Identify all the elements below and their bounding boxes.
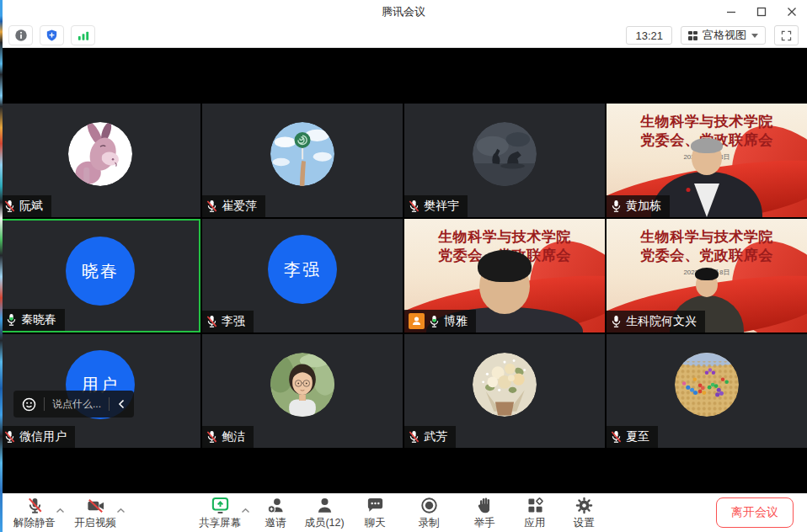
avatar: 晓春 xyxy=(66,237,135,306)
mic-muted-icon xyxy=(409,430,420,444)
participant-name: 阮斌 xyxy=(19,199,43,214)
raise-hand-icon xyxy=(475,496,494,515)
mic-icon xyxy=(6,313,17,327)
mic-muted-icon xyxy=(409,200,420,213)
participant-name-tag: 微信用户 xyxy=(0,426,75,448)
leave-meeting-button[interactable]: 离开会议 xyxy=(716,497,794,528)
banner-line2: 党委会、党政联席会 xyxy=(607,131,807,150)
banner-line2: 党委会、党政联席会 xyxy=(404,247,605,265)
info-icon xyxy=(14,29,28,42)
network-status-button[interactable] xyxy=(71,25,95,45)
mic-muted-icon xyxy=(611,430,622,444)
quick-chat-bar: 说点什么... xyxy=(13,391,134,418)
banner-line1: 生物科学与技术学院 xyxy=(607,228,807,247)
video-stage: 阮斌崔爱萍樊祥宇生物科学与技术学院党委会、党政联席会2022年12月8日黄加栋晓… xyxy=(0,48,807,493)
avatar: 李强 xyxy=(268,235,337,304)
toolbar-item-settings[interactable]: 设置 xyxy=(559,493,608,532)
participant-tile[interactable]: 生物科学与技术学院党委会、党政联席会博雅 xyxy=(404,219,605,332)
banner-date: 2022年12月8日 xyxy=(607,153,807,162)
record-icon xyxy=(420,496,439,515)
toolbar-item-label: 成员(12) xyxy=(304,516,344,530)
title-bar: 腾讯会议 xyxy=(0,0,807,24)
meeting-top-toolbar: 13:21 宫格视图 xyxy=(0,24,807,48)
fullscreen-icon xyxy=(781,30,792,41)
participant-name-tag: 博雅 xyxy=(404,310,476,332)
quick-chat-input[interactable]: 说点什么... xyxy=(52,397,101,412)
divider xyxy=(109,397,110,411)
participant-tile[interactable]: 生物科学与技术学院党委会、党政联席会2022年12月8日黄加栋 xyxy=(607,104,807,217)
security-button[interactable] xyxy=(40,25,64,45)
mic-muted-icon xyxy=(25,496,45,515)
meeting-duration: 13:21 xyxy=(626,26,672,45)
view-mode-label: 宫格视图 xyxy=(703,28,746,43)
participant-name: 崔爱萍 xyxy=(222,199,257,214)
toolbar-item-label: 录制 xyxy=(419,516,440,530)
meeting-info-button[interactable] xyxy=(8,25,33,45)
toolbar-item-menu-arrow[interactable] xyxy=(116,502,126,517)
settings-icon xyxy=(575,496,594,515)
banner-date: 2022年12月8日 xyxy=(607,269,807,278)
participant-tile[interactable]: 崔爱萍 xyxy=(202,104,403,217)
toolbar-item-invite[interactable]: 邀请 xyxy=(251,493,300,532)
close-button[interactable] xyxy=(777,0,807,24)
toolbar-item-label: 邀请 xyxy=(265,516,286,530)
toolbar-item-members[interactable]: 成员(12) xyxy=(300,493,349,532)
avatar xyxy=(270,122,334,186)
participant-name-tag: 李强 xyxy=(202,311,254,332)
avatar xyxy=(675,353,739,417)
meeting-bottom-toolbar: 解除静音开启视频共享屏幕邀请成员(12)聊天录制举手应用设置离开会议 xyxy=(0,493,807,532)
maximize-button[interactable] xyxy=(746,0,777,24)
toolbar-item-start-video[interactable]: 开启视频 xyxy=(71,493,120,532)
emoji-button[interactable] xyxy=(22,397,36,412)
participant-tile[interactable]: 武芳 xyxy=(404,334,605,448)
toolbar-item-raise-hand[interactable]: 举手 xyxy=(460,493,509,532)
participant-name: 樊祥宇 xyxy=(424,199,459,214)
toolbar-item-chat[interactable]: 聊天 xyxy=(350,493,399,532)
meeting-banner: 生物科学与技术学院党委会、党政联席会 xyxy=(404,228,605,266)
participant-name: 夏至 xyxy=(626,429,649,444)
toolbar-item-apps[interactable]: 应用 xyxy=(510,493,559,532)
mic-icon xyxy=(429,315,440,328)
mic-muted-icon xyxy=(4,200,15,213)
toolbar-item-menu-arrow[interactable] xyxy=(56,502,65,517)
participant-tile[interactable]: 鲍洁 xyxy=(202,334,403,448)
participant-tile[interactable]: 樊祥宇 xyxy=(404,104,605,217)
participant-name: 黄加栋 xyxy=(626,199,661,214)
background-window-edge xyxy=(0,0,3,532)
divider xyxy=(44,397,45,411)
toolbar-item-record[interactable]: 录制 xyxy=(404,493,453,532)
mic-muted-icon xyxy=(4,430,15,444)
participant-name-tag: 崔爱萍 xyxy=(202,195,265,217)
meeting-window: 腾讯会议 13:21 宫格视图 xyxy=(0,0,807,532)
view-mode-dropdown[interactable]: 宫格视图 xyxy=(681,26,766,45)
participant-tile[interactable]: 晓春秦晓春 xyxy=(0,219,200,332)
participant-tile[interactable]: 用户说点什么...微信用户 xyxy=(0,334,200,448)
participant-tile[interactable]: 夏至 xyxy=(607,334,807,448)
participant-name-tag: 黄加栋 xyxy=(607,195,670,217)
participant-name: 鲍洁 xyxy=(222,429,245,444)
toolbar-item-unmute[interactable]: 解除静音 xyxy=(10,493,59,532)
chevron-up-icon xyxy=(241,508,250,513)
toolbar-item-label: 应用 xyxy=(525,516,546,530)
collapse-button[interactable] xyxy=(117,399,126,409)
camera-off-icon xyxy=(86,496,105,515)
avatar xyxy=(270,353,334,417)
members-icon xyxy=(315,496,334,515)
toolbar-item-label: 共享屏幕 xyxy=(199,516,241,530)
toolbar-item-menu-arrow[interactable] xyxy=(241,502,250,517)
participant-grid: 阮斌崔爱萍樊祥宇生物科学与技术学院党委会、党政联席会2022年12月8日黄加栋晓… xyxy=(0,104,807,448)
screen-share-icon xyxy=(211,496,230,515)
toolbar-item-share-screen[interactable]: 共享屏幕 xyxy=(195,493,244,532)
minimize-button[interactable] xyxy=(716,0,746,24)
participant-tile[interactable]: 生物科学与技术学院党委会、党政联席会2022年12月8日生科院何文兴 xyxy=(607,219,807,332)
participant-name-tag: 武芳 xyxy=(404,426,456,448)
fullscreen-button[interactable] xyxy=(774,25,799,45)
participant-tile[interactable]: 阮斌 xyxy=(0,104,200,217)
participant-name-tag: 阮斌 xyxy=(0,195,51,217)
participant-tile[interactable]: 李强李强 xyxy=(202,219,403,332)
window-title: 腾讯会议 xyxy=(0,4,807,19)
maximize-icon xyxy=(756,7,767,17)
participant-name: 生科院何文兴 xyxy=(626,314,697,329)
participant-name: 秦晓春 xyxy=(21,312,56,327)
apps-icon xyxy=(526,496,545,515)
